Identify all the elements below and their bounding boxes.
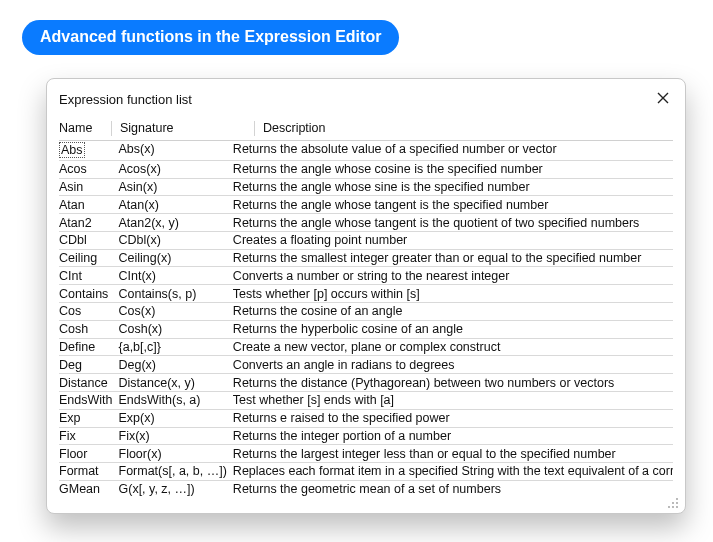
cell-signature: Contains(s, p) [119,285,233,303]
cell-description: Returns the angle whose tangent is the s… [233,196,673,214]
cell-name: Atan [59,196,119,214]
cell-signature: Format(s[, a, b, …]) [119,463,233,481]
cell-signature: CInt(x) [119,267,233,285]
cell-signature: Distance(x, y) [119,374,233,392]
table-row[interactable]: GMeanG(x[, y, z, …])Returns the geometri… [59,480,673,497]
table-row[interactable]: Atan2Atan2(x, y)Returns the angle whose … [59,214,673,232]
cell-name: EndsWith [59,391,119,409]
cell-description: Converts an angle in radians to degrees [233,356,673,374]
cell-name: Deg [59,356,119,374]
table-row[interactable]: CeilingCeiling(x)Returns the smallest in… [59,249,673,267]
cell-description: Returns the distance (Pythagorean) betwe… [233,374,673,392]
table-row[interactable]: EndsWithEndsWith(s, a)Test whether [s] e… [59,391,673,409]
cell-description: Returns the angle whose tangent is the q… [233,214,673,232]
cell-signature: G(x[, y, z, …]) [119,480,233,497]
table-row[interactable]: FloorFloor(x)Returns the largest integer… [59,445,673,463]
function-list-dialog: Expression function list Name Signature … [46,78,686,514]
cell-name: Ceiling [59,249,119,267]
table-row[interactable]: CosCos(x)Returns the cosine of an angle [59,303,673,321]
column-headers: Name Signature Description [47,115,685,140]
cell-description: Returns the angle whose sine is the spec… [233,178,673,196]
cell-signature: Ceiling(x) [119,249,233,267]
table-row[interactable]: DegDeg(x)Converts an angle in radians to… [59,356,673,374]
cell-name: Acos [59,160,119,178]
table-scroll-area[interactable]: AbsAbs(x)Returns the absolute value of a… [59,140,673,505]
cell-signature: CDbl(x) [119,231,233,249]
cell-signature: Floor(x) [119,445,233,463]
cell-name: GMean [59,480,119,497]
table-row[interactable]: ExpExp(x)Returns e raised to the specifi… [59,409,673,427]
table-row[interactable]: AtanAtan(x)Returns the angle whose tange… [59,196,673,214]
cell-description: Returns the absolute value of a specifie… [233,141,673,161]
header-separator[interactable] [254,121,255,136]
table-row[interactable]: FixFix(x)Returns the integer portion of … [59,427,673,445]
cell-signature: Fix(x) [119,427,233,445]
svg-point-5 [676,506,678,508]
table-row[interactable]: CDblCDbl(x)Creates a floating point numb… [59,231,673,249]
cell-description: Returns the largest integer less than or… [233,445,673,463]
cell-name: Fix [59,427,119,445]
close-button[interactable] [653,89,673,109]
svg-point-4 [672,506,674,508]
svg-point-1 [672,502,674,504]
cell-signature: Cosh(x) [119,320,233,338]
cell-signature: Asin(x) [119,178,233,196]
cell-description: Create a new vector, plane or complex co… [233,338,673,356]
cell-description: Returns the integer portion of a number [233,427,673,445]
cell-name: Cosh [59,320,119,338]
dialog-title: Expression function list [59,92,653,107]
table-row[interactable]: CoshCosh(x)Returns the hyperbolic cosine… [59,320,673,338]
table-row[interactable]: AcosAcos(x)Returns the angle whose cosin… [59,160,673,178]
dialog-titlebar: Expression function list [47,79,685,115]
table-row[interactable]: ContainsContains(s, p)Tests whether [p] … [59,285,673,303]
cell-description: Replaces each format item in a specified… [233,463,673,481]
close-icon [657,91,669,107]
cell-signature: Atan(x) [119,196,233,214]
cell-signature: Acos(x) [119,160,233,178]
cell-name: Define [59,338,119,356]
cell-name: Floor [59,445,119,463]
table-row[interactable]: AsinAsin(x)Returns the angle whose sine … [59,178,673,196]
cell-signature: Abs(x) [119,141,233,161]
cell-name: Abs [59,141,119,161]
cell-name: Exp [59,409,119,427]
svg-point-3 [668,506,670,508]
cell-name: CInt [59,267,119,285]
cell-description: Tests whether [p] occurs within [s] [233,285,673,303]
cell-description: Returns the angle whose cosine is the sp… [233,160,673,178]
cell-description: Converts a number or string to the neare… [233,267,673,285]
cell-name: Asin [59,178,119,196]
cell-signature: Atan2(x, y) [119,214,233,232]
function-table: AbsAbs(x)Returns the absolute value of a… [59,140,673,498]
header-separator[interactable] [111,121,112,136]
svg-point-0 [676,498,678,500]
header-signature[interactable]: Signature [120,121,256,136]
cell-signature: EndsWith(s, a) [119,391,233,409]
cell-signature: Exp(x) [119,409,233,427]
cell-name: Cos [59,303,119,321]
cell-name: Contains [59,285,119,303]
cell-description: Returns the geometric mean of a set of n… [233,480,673,497]
cell-signature: {a,b[,c]} [119,338,233,356]
cell-name: Format [59,463,119,481]
header-description[interactable]: Description [263,121,673,136]
cell-name: Distance [59,374,119,392]
cell-description: Returns the cosine of an angle [233,303,673,321]
cell-description: Returns the hyperbolic cosine of an angl… [233,320,673,338]
cell-signature: Deg(x) [119,356,233,374]
cell-name: CDbl [59,231,119,249]
cell-signature: Cos(x) [119,303,233,321]
table-row[interactable]: AbsAbs(x)Returns the absolute value of a… [59,141,673,161]
table-row[interactable]: Define{a,b[,c]}Create a new vector, plan… [59,338,673,356]
cell-description: Test whether [s] ends with [a] [233,391,673,409]
cell-description: Creates a floating point number [233,231,673,249]
cell-description: Returns the smallest integer greater tha… [233,249,673,267]
table-row[interactable]: CIntCInt(x)Converts a number or string t… [59,267,673,285]
table-row[interactable]: FormatFormat(s[, a, b, …])Replaces each … [59,463,673,481]
svg-point-2 [676,502,678,504]
header-name[interactable]: Name [59,121,113,136]
cell-description: Returns e raised to the specified power [233,409,673,427]
resize-grip[interactable] [667,497,679,509]
table-row[interactable]: DistanceDistance(x, y)Returns the distan… [59,374,673,392]
page-heading: Advanced functions in the Expression Edi… [22,20,399,55]
